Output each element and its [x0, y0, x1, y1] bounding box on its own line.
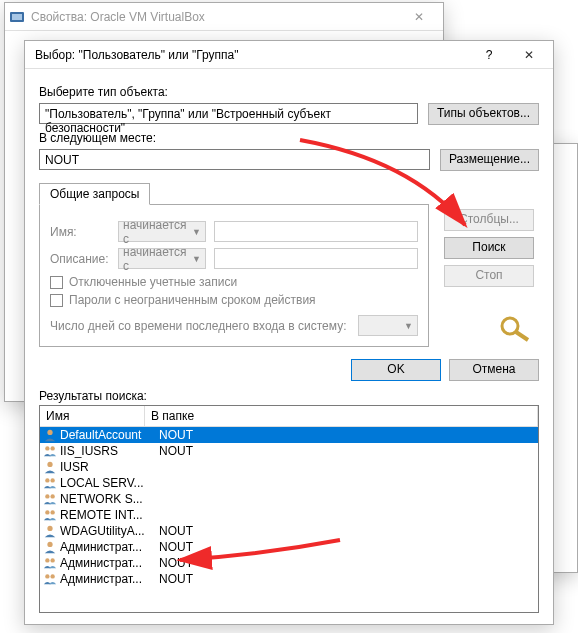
- magnify-icon: [498, 314, 534, 342]
- col-name[interactable]: Имя: [40, 406, 145, 426]
- group-icon: [42, 444, 58, 458]
- svg-point-5: [45, 446, 49, 450]
- svg-point-6: [50, 446, 54, 450]
- object-types-button[interactable]: Типы объектов...: [428, 103, 539, 125]
- ok-button[interactable]: OK: [351, 359, 441, 381]
- table-row[interactable]: IUSR: [40, 459, 538, 475]
- desc-input[interactable]: [214, 248, 418, 269]
- table-row[interactable]: IIS_IUSRSNOUT: [40, 443, 538, 459]
- svg-point-7: [47, 462, 52, 467]
- stop-button: Стоп: [444, 265, 534, 287]
- tab-common-queries[interactable]: Общие запросы: [39, 183, 150, 205]
- cell-folder: NOUT: [155, 428, 536, 442]
- chevron-down-icon: ▼: [404, 321, 413, 331]
- svg-point-19: [50, 574, 54, 578]
- user-icon: [42, 540, 58, 554]
- svg-point-13: [50, 510, 54, 514]
- back-title: Свойства: Oracle VM VirtualBox: [31, 10, 399, 24]
- svg-point-9: [50, 478, 54, 482]
- disabled-accounts-label: Отключенные учетные записи: [69, 275, 237, 289]
- svg-point-10: [45, 494, 49, 498]
- table-row[interactable]: Администрат...NOUT: [40, 539, 538, 555]
- days-combo[interactable]: ▼: [358, 315, 418, 336]
- cell-name: DefaultAccount: [60, 428, 155, 442]
- non-expiring-pw-checkbox[interactable]: [50, 294, 63, 307]
- app-icon: [9, 9, 25, 25]
- results-table[interactable]: Имя В папке DefaultAccountNOUTIIS_IUSRSN…: [39, 405, 539, 613]
- days-label: Число дней со времени последнего входа в…: [50, 319, 348, 333]
- results-label: Результаты поиска:: [39, 389, 539, 403]
- columns-button: Столбцы...: [444, 209, 534, 231]
- back-titlebar: Свойства: Oracle VM VirtualBox ✕: [5, 3, 443, 31]
- group-icon: [42, 508, 58, 522]
- table-row[interactable]: WDAGUtilityA...NOUT: [40, 523, 538, 539]
- svg-point-4: [47, 430, 52, 435]
- help-icon[interactable]: ?: [469, 48, 509, 62]
- cell-name: NETWORK S...: [60, 492, 155, 506]
- cell-name: IIS_IUSRS: [60, 444, 155, 458]
- col-folder[interactable]: В папке: [145, 406, 538, 426]
- svg-point-16: [45, 558, 49, 562]
- svg-point-2: [502, 318, 518, 334]
- cell-name: Администрат...: [60, 540, 155, 554]
- table-row[interactable]: LOCAL SERV...: [40, 475, 538, 491]
- table-row[interactable]: NETWORK S...: [40, 491, 538, 507]
- svg-point-15: [47, 542, 52, 547]
- cell-folder: NOUT: [155, 524, 536, 538]
- name-combo[interactable]: начинается с▼: [118, 221, 206, 242]
- name-input[interactable]: [214, 221, 418, 242]
- cell-name: Администрат...: [60, 572, 155, 586]
- cell-name: Администрат...: [60, 556, 155, 570]
- close-icon[interactable]: ✕: [509, 41, 549, 69]
- svg-line-3: [516, 332, 528, 340]
- search-button[interactable]: Поиск: [444, 237, 534, 259]
- location-label: В следующем месте:: [39, 131, 539, 145]
- cell-name: IUSR: [60, 460, 155, 474]
- cell-name: REMOTE INT...: [60, 508, 155, 522]
- table-row[interactable]: REMOTE INT...: [40, 507, 538, 523]
- svg-point-8: [45, 478, 49, 482]
- table-row[interactable]: DefaultAccountNOUT: [40, 427, 538, 443]
- group-icon: [42, 476, 58, 490]
- table-row[interactable]: Администрат...NOUT: [40, 555, 538, 571]
- svg-point-11: [50, 494, 54, 498]
- cell-folder: NOUT: [155, 556, 536, 570]
- desc-label: Описание:: [50, 252, 110, 266]
- cell-folder: NOUT: [155, 572, 536, 586]
- table-row[interactable]: Администрат...NOUT: [40, 571, 538, 587]
- svg-point-14: [47, 526, 52, 531]
- chevron-down-icon: ▼: [192, 227, 201, 237]
- locations-button[interactable]: Размещение...: [440, 149, 539, 171]
- type-label: Выберите тип объекта:: [39, 85, 539, 99]
- group-icon: [42, 572, 58, 586]
- svg-point-12: [45, 510, 49, 514]
- chevron-down-icon: ▼: [192, 254, 201, 264]
- type-field: "Пользователь", "Группа" или "Встроенный…: [39, 103, 418, 124]
- group-icon: [42, 492, 58, 506]
- main-titlebar: Выбор: "Пользователь" или "Группа" ? ✕: [25, 41, 553, 69]
- user-icon: [42, 460, 58, 474]
- back-close-icon[interactable]: ✕: [399, 3, 439, 31]
- disabled-accounts-checkbox[interactable]: [50, 276, 63, 289]
- group-icon: [42, 556, 58, 570]
- svg-rect-1: [12, 14, 22, 20]
- location-field: NOUT: [39, 149, 430, 170]
- name-label: Имя:: [50, 225, 110, 239]
- non-expiring-pw-label: Пароли с неограниченным сроком действия: [69, 293, 316, 307]
- user-icon: [42, 524, 58, 538]
- cancel-button[interactable]: Отмена: [449, 359, 539, 381]
- desc-combo[interactable]: начинается с▼: [118, 248, 206, 269]
- main-title: Выбор: "Пользователь" или "Группа": [29, 48, 469, 62]
- svg-point-18: [45, 574, 49, 578]
- cell-folder: NOUT: [155, 540, 536, 554]
- select-user-dialog: Выбор: "Пользователь" или "Группа" ? ✕ В…: [24, 40, 554, 625]
- cell-name: WDAGUtilityA...: [60, 524, 155, 538]
- user-icon: [42, 428, 58, 442]
- cell-name: LOCAL SERV...: [60, 476, 155, 490]
- svg-point-17: [50, 558, 54, 562]
- cell-folder: NOUT: [155, 444, 536, 458]
